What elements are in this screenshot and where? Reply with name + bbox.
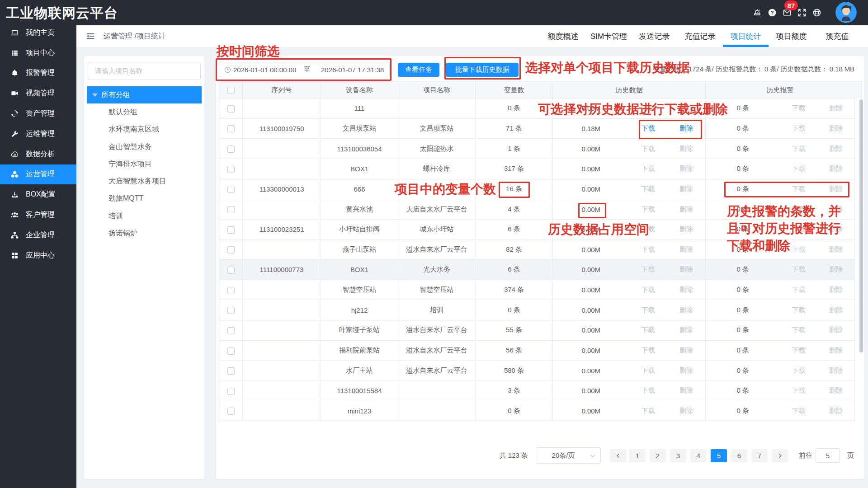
page-button-1[interactable]: 1 [629, 449, 646, 462]
sidebar-item-数据分析[interactable]: 数据分析 [0, 144, 76, 164]
history-data-download-link[interactable]: 下载 [629, 286, 667, 294]
history-data-delete-link[interactable]: 删除 [667, 145, 705, 153]
history-data-delete-link[interactable]: 删除 [667, 104, 705, 113]
history-alarm-delete-link[interactable]: 删除 [817, 346, 854, 355]
row-checkbox[interactable] [227, 327, 235, 334]
tab-项目统计[interactable]: 项目统计 [723, 25, 769, 47]
row-checkbox[interactable] [227, 166, 235, 173]
sidebar-item-运营管理[interactable]: 运营管理 [0, 164, 76, 185]
tree-item-劲旅MQTT[interactable]: 劲旅MQTT [87, 190, 202, 207]
history-alarm-delete-link[interactable]: 删除 [817, 205, 854, 214]
row-checkbox[interactable] [227, 105, 235, 113]
tab-SIM卡管理[interactable]: SIM卡管理 [586, 25, 632, 47]
row-checkbox[interactable] [227, 287, 235, 294]
history-alarm-delete-link[interactable]: 删除 [817, 366, 854, 375]
history-data-download-link[interactable]: 下载 [629, 326, 667, 334]
history-data-download-link[interactable]: 下载 [629, 346, 667, 355]
history-data-download-link[interactable]: 下载 [629, 205, 667, 214]
alarm-light-icon[interactable] [753, 8, 762, 17]
history-data-download-link[interactable]: 下载 [629, 306, 667, 314]
row-checkbox[interactable] [227, 125, 235, 132]
history-alarm-delete-link[interactable]: 删除 [817, 407, 854, 415]
goto-page-input[interactable]: 5 [816, 448, 840, 463]
row-checkbox[interactable] [227, 145, 235, 153]
sidebar-item-我的主页[interactable]: 我的主页 [0, 23, 76, 43]
row-checkbox[interactable] [227, 408, 235, 415]
history-data-download-link[interactable]: 下载 [629, 145, 667, 153]
table-scrollbar[interactable] [859, 99, 863, 352]
history-alarm-download-link[interactable]: 下载 [780, 265, 817, 274]
globe-icon[interactable] [812, 8, 821, 17]
history-alarm-delete-link[interactable]: 删除 [817, 164, 854, 173]
history-data-download-link[interactable]: 下载 [629, 185, 667, 193]
history-alarm-download-link[interactable]: 下载 [780, 407, 817, 415]
tab-额度概述[interactable]: 额度概述 [540, 25, 586, 47]
view-task-button[interactable]: 查看任务 [398, 63, 439, 77]
tab-发送记录[interactable]: 发送记录 [632, 25, 677, 47]
tab-充值记录[interactable]: 充值记录 [677, 25, 723, 47]
row-checkbox[interactable] [227, 347, 235, 355]
history-alarm-download-link[interactable]: 下载 [780, 145, 817, 153]
tree-item-宁海排水项目[interactable]: 宁海排水项目 [87, 155, 202, 173]
fullscreen-icon[interactable] [797, 8, 807, 17]
tree-item-root[interactable]: 所有分组 [87, 86, 202, 103]
prev-page-button[interactable] [610, 449, 626, 462]
page-button-5[interactable]: 5 [711, 449, 727, 462]
history-alarm-delete-link[interactable]: 删除 [817, 326, 854, 334]
history-data-delete-link[interactable]: 删除 [667, 265, 705, 274]
sidebar-item-BOX配置[interactable]: BOX配置 [0, 184, 76, 205]
batch-download-button[interactable]: 批量下载历史数据 [446, 63, 519, 77]
tree-item-金山智慧水务[interactable]: 金山智慧水务 [87, 138, 202, 155]
history-data-delete-link[interactable]: 删除 [667, 346, 705, 355]
history-data-download-link[interactable]: 下载 [629, 124, 667, 133]
row-checkbox[interactable] [227, 246, 235, 253]
history-data-delete-link[interactable]: 删除 [667, 326, 705, 334]
history-data-delete-link[interactable]: 删除 [667, 286, 705, 294]
sidebar-item-企业管理[interactable]: 企业管理 [0, 225, 76, 245]
tree-item-水环境南京区域[interactable]: 水环境南京区域 [87, 121, 202, 138]
sidebar-item-项目中心[interactable]: 项目中心 [0, 43, 76, 63]
history-data-download-link[interactable]: 下载 [629, 407, 667, 415]
history-alarm-download-link[interactable]: 下载 [780, 306, 817, 314]
history-alarm-download-link[interactable]: 下载 [780, 346, 817, 355]
history-data-delete-link[interactable]: 删除 [667, 205, 705, 214]
history-data-delete-link[interactable]: 删除 [667, 407, 705, 415]
history-alarm-delete-link[interactable]: 删除 [817, 145, 854, 153]
history-data-delete-link[interactable]: 删除 [667, 164, 705, 173]
history-data-download-link[interactable]: 下载 [629, 265, 667, 274]
tree-item-培训[interactable]: 培训 [87, 207, 202, 225]
tree-item-大庙智慧水务项目[interactable]: 大庙智慧水务项目 [87, 173, 202, 190]
project-search-input[interactable]: 请输入项目名称 [88, 62, 201, 80]
row-checkbox[interactable] [227, 186, 235, 193]
page-button-4[interactable]: 4 [690, 449, 707, 462]
history-data-delete-link[interactable]: 删除 [667, 225, 705, 234]
row-checkbox[interactable] [227, 307, 235, 314]
sidebar-item-资产管理[interactable]: 资产管理 [0, 103, 76, 124]
tab-预充值[interactable]: 预充值 [814, 25, 860, 47]
history-alarm-delete-link[interactable]: 删除 [817, 386, 854, 395]
next-page-button[interactable] [772, 449, 788, 462]
history-data-download-link[interactable]: 下载 [629, 386, 667, 395]
sidebar-item-视频管理[interactable]: 视频管理 [0, 83, 76, 103]
row-checkbox[interactable] [227, 388, 235, 395]
history-alarm-download-link[interactable]: 下载 [780, 386, 817, 395]
history-alarm-delete-link[interactable]: 删除 [817, 185, 854, 193]
help-icon[interactable]: ? [768, 8, 777, 17]
row-checkbox[interactable] [227, 367, 235, 375]
history-data-delete-link[interactable]: 删除 [667, 245, 705, 254]
sidebar-item-运维管理[interactable]: 运维管理 [0, 124, 76, 144]
row-checkbox[interactable] [227, 226, 235, 234]
history-alarm-delete-link[interactable]: 删除 [817, 124, 854, 133]
page-button-6[interactable]: 6 [731, 449, 747, 462]
history-alarm-download-link[interactable]: 下载 [780, 286, 817, 294]
sidebar-item-客户管理[interactable]: 客户管理 [0, 205, 76, 225]
history-data-delete-link[interactable]: 删除 [667, 386, 705, 395]
history-alarm-download-link[interactable]: 下载 [780, 326, 817, 334]
tab-项目额度[interactable]: 项目额度 [769, 25, 814, 47]
avatar[interactable] [835, 2, 857, 23]
history-data-delete-link[interactable]: 删除 [667, 124, 705, 133]
sidebar-item-应用中心[interactable]: 应用中心 [0, 245, 76, 266]
page-button-7[interactable]: 7 [751, 449, 768, 462]
tree-item-默认分组[interactable]: 默认分组 [87, 103, 202, 121]
history-data-download-link[interactable]: 下载 [629, 104, 667, 113]
